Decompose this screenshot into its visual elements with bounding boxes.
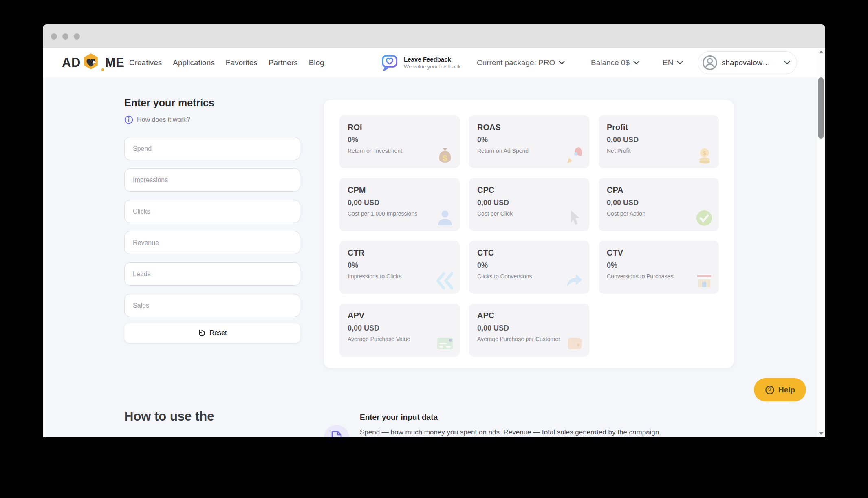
- window-close-button[interactable]: [51, 33, 57, 40]
- metric-card-roi: ROI0%Return on Investment$: [339, 115, 460, 168]
- metric-value: 0,00 USD: [477, 324, 581, 333]
- svg-text:$: $: [443, 154, 447, 162]
- reset-button[interactable]: Reset: [124, 323, 300, 343]
- metric-title: CPC: [477, 185, 581, 195]
- metric-card-cpa: CPA0,00 USDCost per Action: [599, 178, 719, 231]
- metric-card-roas: ROAS0%Return on Ad Spend: [469, 115, 589, 168]
- balance-label: Balance 0$: [591, 58, 630, 67]
- reset-label: Reset: [210, 329, 227, 337]
- avatar-icon: [702, 55, 718, 71]
- metric-title: CTC: [477, 248, 581, 258]
- window-minimize-button[interactable]: [62, 33, 68, 40]
- coins-icon: $: [694, 145, 714, 165]
- metric-card-ctr: CTR0%Impressions to Clicks: [339, 241, 460, 294]
- store-icon: [694, 271, 714, 291]
- scroll-up-arrow[interactable]: [819, 51, 824, 53]
- help-button[interactable]: Help: [754, 378, 806, 401]
- metric-card-apc: APC0,00 USDAverage Purchase per Customer: [469, 304, 589, 357]
- nav-item-partners[interactable]: Partners: [269, 58, 298, 67]
- feedback-bubble-heart-icon: [381, 54, 398, 72]
- metric-value: 0,00 USD: [477, 198, 581, 207]
- metric-value: 0,00 USD: [607, 198, 711, 207]
- spend-input[interactable]: [124, 137, 300, 160]
- metric-title: ROI: [348, 123, 452, 132]
- chevrons-left-icon: [435, 271, 455, 291]
- metric-value: 0%: [477, 136, 581, 144]
- metric-card-ctv: CTV0%Conversions to Purchases: [599, 241, 719, 294]
- reset-icon: [198, 329, 206, 337]
- metrics-panel-title: Enter your metrics: [124, 97, 214, 109]
- metric-title: CTV: [607, 248, 711, 258]
- wallet-icon: [565, 334, 584, 353]
- scroll-down-arrow[interactable]: [819, 432, 824, 435]
- metric-value: 0%: [477, 261, 581, 270]
- leave-feedback-button[interactable]: Leave Feedback We value your feedback: [381, 54, 460, 72]
- metric-title: Profit: [607, 123, 711, 132]
- chevron-down-icon: [633, 61, 639, 65]
- metric-card-profit: Profit0,00 USDNet Profit$: [599, 115, 719, 168]
- impressions-input[interactable]: [124, 168, 300, 192]
- metric-title: CPA: [607, 185, 711, 195]
- metric-value: 0%: [348, 136, 452, 144]
- logo-dot: [101, 68, 104, 71]
- metric-title: APV: [348, 311, 452, 320]
- language-label: EN: [663, 58, 673, 67]
- feedback-title: Leave Feedback: [404, 56, 460, 63]
- metric-title: APC: [477, 311, 581, 320]
- question-icon: [765, 385, 775, 395]
- metric-value: 0,00 USD: [348, 198, 452, 207]
- share-arrow-icon: [565, 271, 584, 291]
- metric-value: 0,00 USD: [348, 324, 452, 333]
- main-nav: CreativesApplicationsFavoritesPartnersBl…: [129, 58, 324, 67]
- metric-card-apv: APV0,00 USDAverage Purchase Value: [339, 304, 460, 357]
- language-dropdown[interactable]: EN: [663, 58, 683, 67]
- window-titlebar: [43, 24, 825, 48]
- feedback-subtitle: We value your feedback: [404, 64, 460, 70]
- nav-item-blog[interactable]: Blog: [309, 58, 324, 67]
- metric-card-cpc: CPC0,00 USDCost per Click: [469, 178, 589, 231]
- person-icon: [435, 208, 455, 228]
- sales-input[interactable]: [124, 294, 300, 317]
- nav-item-favorites[interactable]: Favorites: [226, 58, 258, 67]
- howto-step-title: Enter your input data: [360, 413, 438, 422]
- nav-item-applications[interactable]: Applications: [173, 58, 214, 67]
- account-name: shapovalow…: [722, 58, 780, 67]
- metric-title: CTR: [348, 248, 452, 258]
- adme-logo[interactable]: AD ME: [62, 53, 124, 73]
- info-icon: [124, 115, 133, 124]
- logo-text-prefix: AD: [62, 55, 81, 70]
- metric-title: CPM: [348, 185, 452, 195]
- metric-value: 0,00 USD: [607, 136, 711, 144]
- window-maximize-button[interactable]: [74, 33, 80, 40]
- metrics-results-container: ROI0%Return on Investment$ROAS0%Return o…: [324, 100, 734, 368]
- balance-dropdown[interactable]: Balance 0$: [591, 58, 639, 67]
- chevron-down-icon: [559, 61, 565, 65]
- svg-text:?: ?: [335, 437, 338, 437]
- help-label: Help: [778, 386, 795, 394]
- package-label: Current package: PRO: [477, 58, 555, 67]
- how-does-it-work-link[interactable]: How does it work?: [124, 115, 190, 124]
- page: AD ME CreativesApplicationsFavoritesPart…: [43, 48, 825, 437]
- money-bag-icon: $: [435, 145, 455, 165]
- logo-text-suffix: ME: [105, 55, 125, 70]
- logo-heart-icon: [82, 53, 100, 73]
- howto-heading: How to use the: [124, 409, 214, 424]
- revenue-input[interactable]: [124, 231, 300, 254]
- page-scrollbar[interactable]: [817, 48, 825, 437]
- rocket-icon: [565, 145, 584, 165]
- metric-card-cpm: CPM0,00 USDCost per 1,000 Impressions: [339, 178, 460, 231]
- site-header: AD ME CreativesApplicationsFavoritesPart…: [43, 48, 817, 77]
- credit-card-icon: [435, 334, 455, 353]
- nav-item-creatives[interactable]: Creatives: [129, 58, 162, 67]
- how-does-it-work-label: How does it work?: [137, 116, 190, 123]
- scrollbar-thumb[interactable]: [818, 77, 824, 139]
- metric-value: 0%: [607, 261, 711, 270]
- clicks-input[interactable]: [124, 200, 300, 223]
- leads-input[interactable]: [124, 262, 300, 286]
- package-dropdown[interactable]: Current package: PRO: [477, 58, 565, 67]
- chevron-down-icon: [784, 61, 790, 65]
- cursor-icon: [565, 208, 584, 228]
- chevron-down-icon: [677, 61, 683, 65]
- account-menu[interactable]: shapovalow…: [698, 51, 797, 74]
- howto-step-text: Spend — how much money you spent on ads.…: [360, 428, 727, 436]
